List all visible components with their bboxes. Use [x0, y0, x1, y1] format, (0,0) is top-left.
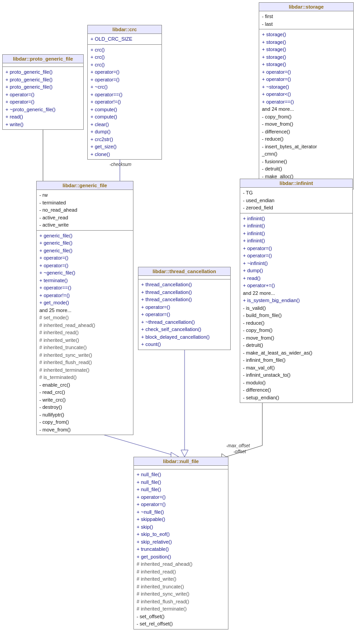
- label-checksum: -checksum: [109, 162, 131, 167]
- uml-line: + operator=(): [90, 76, 159, 84]
- uml-line: # inherited_terminate(): [137, 605, 225, 613]
- uml-line: - set_offset(): [137, 613, 225, 620]
- uml-line: + read(): [243, 275, 350, 282]
- uml-line: - copy_from(): [39, 418, 130, 426]
- uml-line: - detruit(): [262, 165, 351, 173]
- uml-header-null_file: libdar::null_file: [134, 457, 228, 466]
- uml-line: + infinint(): [243, 222, 350, 230]
- uml-line: - terminated: [39, 199, 130, 207]
- uml-section: + OLD_CRC_SIZE: [88, 34, 161, 45]
- uml-line: + get_size(): [90, 143, 159, 151]
- uml-header-proto_generic_file: libdar::proto_generic_file: [3, 55, 83, 63]
- uml-line: - detruit(): [243, 341, 350, 349]
- uml-line: # inherited_write(): [137, 575, 225, 583]
- uml-line: + skip(): [137, 523, 225, 531]
- uml-line: - active_write: [39, 221, 130, 229]
- uml-line: # inherited_flush_read(): [39, 359, 130, 366]
- uml-line: + operator=(): [39, 262, 130, 270]
- uml-line: + null_file(): [137, 471, 225, 478]
- uml-line: # set_mode(): [39, 314, 130, 322]
- uml-line: - enable_crc(): [39, 381, 130, 389]
- uml-line: + proto_generic_file(): [5, 76, 81, 84]
- uml-line: + operator=(): [262, 76, 351, 83]
- uml-line: + is_system_big_endian(): [243, 297, 350, 304]
- uml-section: [134, 466, 228, 469]
- uml-line: + terminate(): [39, 277, 130, 284]
- uml-line: + operator==(): [262, 98, 351, 106]
- uml-line: + clear(): [90, 121, 159, 128]
- uml-line: + ~crc(): [90, 83, 159, 91]
- uml-line: + ~null_file(): [137, 508, 225, 516]
- uml-line: # inherited_terminate(): [39, 366, 130, 374]
- uml-box-storage: libdar::storage- first- last+ storage()+…: [259, 2, 354, 189]
- uml-line: + thread_cancellation(): [141, 296, 228, 303]
- uml-line: - fusionne(): [262, 158, 351, 166]
- uml-line: + operator=(): [5, 98, 81, 106]
- uml-section: + null_file()+ null_file()+ null_file()+…: [134, 469, 228, 629]
- uml-section: - first- last: [259, 11, 353, 29]
- uml-section: + thread_cancellation()+ thread_cancella…: [138, 279, 230, 350]
- uml-box-infinint: libdar::infinint- TG- used_endian- zeroe…: [240, 179, 353, 403]
- uml-line: # inherited_read_ahead(): [137, 560, 225, 568]
- uml-line: + OLD_CRC_SIZE: [90, 35, 159, 43]
- uml-line: + infinint(): [243, 215, 350, 223]
- uml-header-crc: libdar::crc: [88, 25, 161, 34]
- uml-line: + operator=(): [137, 493, 225, 501]
- uml-line: and 22 more...: [243, 289, 350, 297]
- uml-section: + generic_file()+ generic_file()+ generi…: [37, 231, 133, 435]
- uml-line: - TG: [243, 189, 350, 197]
- uml-line: + operator!=(): [39, 292, 130, 299]
- uml-line: + operator+=(): [243, 282, 350, 289]
- uml-line: + proto_generic_file(): [5, 68, 81, 76]
- uml-line: + ~proto_generic_file(): [5, 106, 81, 114]
- uml-line: + block_delayed_cancellation(): [141, 333, 228, 341]
- uml-line: + generic_file(): [39, 239, 130, 247]
- uml-line: + compute(): [90, 113, 159, 121]
- uml-header-thread_cancellation: libdar::thread_cancellation: [138, 267, 230, 276]
- uml-line: + get_position(): [137, 553, 225, 561]
- uml-line: + skippable(): [137, 516, 225, 523]
- uml-line: + skip_relative(): [137, 538, 225, 546]
- uml-line: # inherited_read_ahead(): [39, 322, 130, 329]
- uml-line: + ~storage(): [262, 83, 351, 91]
- uml-line: - rw: [39, 191, 130, 199]
- uml-line: # is_terminated(): [39, 374, 130, 381]
- uml-line: - infinint_unstack_to(): [243, 371, 350, 379]
- uml-line: - copy_from(): [262, 113, 351, 121]
- uml-line: + write(): [5, 121, 81, 128]
- uml-line: - max_val_of(): [243, 364, 350, 372]
- uml-line: + null_file(): [137, 486, 225, 493]
- uml-line: + operator==(): [39, 284, 130, 292]
- uml-line: - is_valid(): [243, 304, 350, 312]
- uml-line: + get_mode(): [39, 299, 130, 307]
- uml-line: _cmn(): [262, 150, 351, 158]
- uml-line: - infinint_from_file(): [243, 356, 350, 364]
- uml-line: - difference(): [243, 386, 350, 394]
- uml-section: - TG- used_endian- zeroed_field: [240, 188, 352, 213]
- uml-line: + crc(): [90, 46, 159, 54]
- uml-line: + dump(): [243, 267, 350, 275]
- uml-section: + proto_generic_file()+ proto_generic_fi…: [3, 67, 83, 129]
- uml-line: + operator=(): [141, 311, 228, 318]
- uml-line: + proto_generic_file(): [5, 83, 81, 91]
- uml-line: - last: [262, 20, 351, 28]
- uml-line: and 25 more...: [39, 307, 130, 314]
- uml-line: + infinint(): [243, 237, 350, 245]
- uml-line: + ~thread_cancellation(): [141, 318, 228, 326]
- svg-marker-11: [181, 450, 188, 457]
- uml-line: - read_crc(): [39, 388, 130, 396]
- uml-line: + skip_to_eof(): [137, 530, 225, 538]
- uml-header-infinint: libdar::infinint: [240, 179, 352, 188]
- uml-line: + operator=(): [243, 245, 350, 252]
- uml-line: + null_file(): [137, 478, 225, 486]
- uml-line: - modulo(): [243, 379, 350, 387]
- uml-line: - set_rel_offset(): [137, 620, 225, 628]
- uml-line: - reduce(): [243, 319, 350, 327]
- uml-line: + crc(): [90, 61, 159, 69]
- uml-line: - setup_endian(): [243, 394, 350, 402]
- uml-line: # inherited_write(): [39, 336, 130, 344]
- uml-line: - insert_bytes_at_iterator: [262, 143, 351, 151]
- uml-line: + storage(): [262, 38, 351, 46]
- uml-section: + infinint()+ infinint()+ infinint()+ in…: [240, 213, 352, 403]
- uml-line: + compute(): [90, 106, 159, 114]
